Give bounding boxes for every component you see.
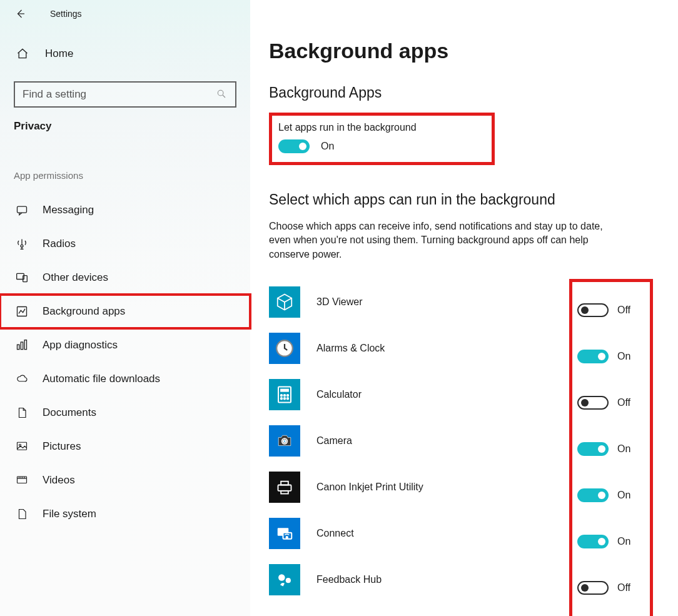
app-row: Calculator [269, 371, 557, 418]
app-toggle[interactable] [577, 350, 609, 363]
sidebar-home-label: Home [45, 48, 73, 60]
app-toggle-state: On [617, 351, 630, 362]
diagnostics-icon [15, 338, 29, 352]
app-toggle-row: Off [577, 287, 645, 333]
sidebar-item-app-diagnostics[interactable]: App diagnostics [0, 328, 250, 362]
sidebar-item-label: App diagnostics [43, 339, 118, 351]
app-name: 3D Viewer [316, 296, 363, 308]
app-name: Connect [316, 528, 354, 539]
app-toggle-state: Off [617, 305, 630, 316]
app-toggle-row: On [577, 472, 645, 518]
app-name: Camera [316, 435, 352, 447]
app-toggle-row: On [577, 333, 645, 380]
app-toggle[interactable] [577, 581, 609, 595]
app-toggle-state: On [617, 536, 630, 547]
toggles-highlight: OffOnOffOnOnOnOff [569, 279, 653, 616]
radios-icon [15, 237, 29, 251]
app-name: Feedback Hub [316, 574, 382, 585]
app-toggle-state: On [617, 490, 630, 501]
window-title: Settings [50, 9, 82, 19]
app-toggle-row: Off [577, 380, 645, 426]
svg-rect-24 [281, 482, 288, 485]
app-toggle-row: On [577, 426, 645, 472]
sidebar-item-label: Messaging [43, 204, 94, 216]
section-background-apps: Background Apps [269, 84, 653, 101]
section-select-apps-desc: Choose which apps can receive info, send… [269, 220, 619, 261]
sidebar-item-label: Pictures [43, 440, 81, 453]
sidebar-item-label: Videos [43, 474, 75, 487]
svg-rect-1 [18, 206, 27, 213]
app-icon [269, 379, 300, 410]
app-toggle[interactable] [577, 488, 609, 502]
app-toggle-row: On [577, 518, 645, 565]
sidebar-item-label: Radios [43, 238, 76, 250]
sidebar-item-documents[interactable]: Documents [0, 396, 250, 430]
apps-list: 3D ViewerAlarms & ClockCalculatorCameraC… [269, 279, 557, 616]
sidebar-item-other-devices[interactable]: Other devices [0, 261, 250, 295]
sidebar-item-label: File system [43, 508, 96, 520]
svg-point-28 [286, 537, 288, 538]
app-toggle-row: Off [577, 565, 645, 611]
app-toggle-state: On [617, 443, 630, 455]
sidebar-item-file-system[interactable]: File system [0, 497, 250, 531]
sidebar-item-label: Documents [43, 406, 96, 419]
sidebar-item-messaging[interactable]: Messaging [0, 193, 250, 227]
sidebar-item-pictures[interactable]: Pictures [0, 430, 250, 463]
svg-point-2 [21, 245, 23, 247]
svg-rect-14 [280, 389, 289, 392]
app-toggle[interactable] [577, 535, 609, 548]
message-icon [15, 203, 29, 217]
svg-rect-7 [21, 342, 23, 350]
sidebar-category: Privacy [0, 120, 250, 133]
app-toggle[interactable] [577, 303, 609, 317]
sidebar-item-background-apps[interactable]: Background apps [0, 295, 250, 328]
sidebar: Settings Home Privacy App permissions Me… [0, 0, 250, 616]
home-icon [16, 48, 29, 60]
sidebar-section-label: App permissions [0, 170, 250, 181]
svg-rect-11 [18, 477, 27, 483]
app-name: Calculator [316, 389, 362, 400]
app-toggle[interactable] [577, 396, 609, 410]
picture-icon [15, 440, 29, 453]
svg-point-17 [287, 395, 289, 396]
svg-point-15 [281, 395, 283, 396]
main-content: Background apps Background Apps Let apps… [250, 0, 678, 616]
svg-rect-6 [18, 345, 19, 350]
titlebar: Settings [0, 0, 250, 28]
sidebar-item-videos[interactable]: Videos [0, 463, 250, 497]
app-row: Feedback Hub [269, 557, 557, 603]
app-icon [269, 518, 300, 549]
app-toggle[interactable] [577, 442, 609, 456]
svg-point-29 [278, 574, 285, 581]
app-icon [269, 472, 300, 503]
sidebar-home[interactable]: Home [0, 34, 250, 74]
back-button[interactable] [15, 8, 26, 19]
svg-point-19 [284, 398, 286, 400]
master-toggle-label: Let apps run in the background [278, 122, 417, 133]
app-name: Alarms & Clock [316, 343, 385, 354]
file-system-icon [15, 507, 29, 521]
svg-point-0 [218, 90, 223, 96]
app-icon [269, 333, 300, 364]
svg-rect-23 [278, 485, 291, 491]
app-icon [269, 425, 300, 457]
cloud-download-icon [15, 372, 29, 386]
app-icon [269, 286, 300, 318]
sidebar-item-label: Automatic file downloads [43, 373, 160, 385]
app-row: Canon Inkjet Print Utility [269, 464, 557, 510]
search-box[interactable] [14, 81, 236, 108]
app-row: 3D Viewer [269, 279, 557, 325]
search-input[interactable] [23, 88, 216, 101]
sidebar-item-automatic-file-downloads[interactable]: Automatic file downloads [0, 362, 250, 396]
svg-point-20 [287, 398, 289, 400]
app-toggle-state: Off [617, 582, 630, 593]
app-toggle-state: Off [617, 397, 630, 408]
sidebar-item-radios[interactable]: Radios [0, 227, 250, 261]
video-icon [15, 473, 29, 487]
search-icon [216, 89, 228, 100]
sidebar-item-label: Background apps [43, 305, 125, 318]
page-title: Background apps [269, 39, 653, 63]
background-apps-icon [15, 305, 29, 318]
master-toggle[interactable] [278, 139, 310, 153]
app-row: Connect [269, 510, 557, 557]
